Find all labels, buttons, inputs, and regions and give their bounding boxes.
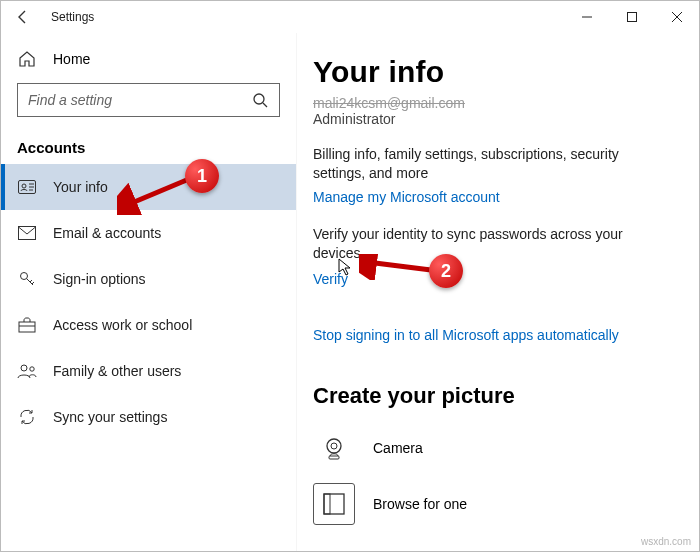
sidebar-item-signin-options[interactable]: Sign-in options	[1, 256, 296, 302]
sidebar-item-email-accounts[interactable]: Email & accounts	[1, 210, 296, 256]
arrow-left-icon	[15, 9, 31, 25]
minimize-icon	[582, 12, 592, 22]
close-button[interactable]	[654, 2, 699, 32]
svg-point-10	[331, 443, 337, 449]
annotation-badge-1: 1	[185, 159, 219, 193]
home-nav[interactable]: Home	[1, 39, 296, 79]
svg-rect-0	[627, 13, 636, 22]
minimize-button[interactable]	[564, 2, 609, 32]
window-controls	[564, 2, 699, 32]
sidebar-item-family-other-users[interactable]: Family & other users	[1, 348, 296, 394]
svg-point-8	[30, 367, 34, 371]
account-role: Administrator	[313, 111, 669, 127]
browse-icon	[313, 483, 355, 525]
camera-label: Camera	[373, 440, 423, 456]
stop-signin-link[interactable]: Stop signing in to all Microsoft apps au…	[313, 327, 619, 343]
sidebar-item-label: Sync your settings	[53, 409, 167, 425]
mail-icon	[17, 226, 37, 240]
maximize-icon	[627, 12, 637, 22]
sidebar-section-header: Accounts	[1, 117, 296, 164]
close-icon	[672, 12, 682, 22]
svg-rect-6	[19, 322, 35, 332]
manage-account-link[interactable]: Manage my Microsoft account	[313, 189, 500, 205]
sidebar-item-label: Email & accounts	[53, 225, 161, 241]
browse-option[interactable]: Browse for one	[313, 479, 669, 529]
person-card-icon	[17, 180, 37, 194]
svg-point-3	[22, 184, 26, 188]
create-picture-heading: Create your picture	[313, 383, 669, 409]
page-title: Your info	[313, 55, 669, 89]
verify-para: Verify your identity to sync passwords a…	[313, 225, 669, 263]
people-icon	[17, 363, 37, 379]
billing-para: Billing info, family settings, subscript…	[313, 145, 669, 183]
sidebar-item-sync-settings[interactable]: Sync your settings	[1, 394, 296, 440]
back-button[interactable]	[9, 3, 37, 31]
camera-icon	[313, 427, 355, 469]
settings-window: Settings Home	[0, 0, 700, 552]
search-wrap	[1, 83, 296, 117]
search-icon	[249, 92, 271, 108]
maximize-button[interactable]	[609, 2, 654, 32]
titlebar: Settings	[1, 1, 699, 33]
annotation-badge-2: 2	[429, 254, 463, 288]
svg-point-7	[21, 365, 27, 371]
sidebar-item-label: Access work or school	[53, 317, 192, 333]
svg-rect-12	[324, 494, 344, 514]
svg-rect-4	[19, 227, 36, 240]
search-box[interactable]	[17, 83, 280, 117]
window-title: Settings	[51, 10, 94, 24]
home-icon	[17, 50, 37, 68]
key-icon	[17, 270, 37, 288]
sidebar-item-label: Your info	[53, 179, 108, 195]
svg-rect-13	[324, 494, 330, 514]
briefcase-icon	[17, 317, 37, 333]
sidebar-item-access-work-school[interactable]: Access work or school	[1, 302, 296, 348]
verify-link[interactable]: Verify	[313, 271, 348, 287]
svg-rect-11	[329, 456, 339, 459]
home-label: Home	[53, 51, 90, 67]
window-body: Home Accounts Your info	[1, 33, 699, 551]
search-input[interactable]	[26, 91, 249, 109]
sidebar-item-label: Sign-in options	[53, 271, 146, 287]
svg-point-1	[254, 94, 264, 104]
svg-point-5	[21, 273, 28, 280]
account-email: mali24kcsm@gmail.com	[313, 95, 669, 111]
sidebar-item-label: Family & other users	[53, 363, 181, 379]
sidebar-item-your-info[interactable]: Your info	[1, 164, 296, 210]
browse-label: Browse for one	[373, 496, 467, 512]
svg-point-9	[327, 439, 341, 453]
camera-option[interactable]: Camera	[313, 423, 669, 473]
sync-icon	[17, 408, 37, 426]
content-pane: Your info mali24kcsm@gmail.com Administr…	[296, 33, 699, 551]
sidebar: Home Accounts Your info	[1, 33, 296, 551]
